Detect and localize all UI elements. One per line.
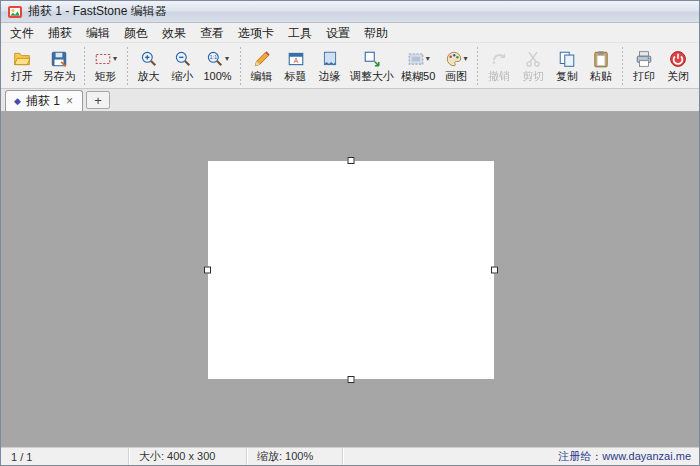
titlebar: 捕获 1 - FastStone 编辑器 [1,1,699,23]
menu-settings[interactable]: 设置 [319,23,357,42]
resize-button[interactable]: 调整大小 [347,45,398,87]
svg-text:1:1: 1:1 [209,54,217,60]
tabbar: ◆ 捕获 1 × + [1,89,699,112]
zoom-in-button[interactable]: 放大 [132,45,166,87]
printer-icon [635,50,653,68]
open-button[interactable]: 打开 [5,45,39,87]
print-button[interactable]: 打印 [627,45,661,87]
toolbar-separator [477,47,478,85]
resize-handle-bottom[interactable] [348,376,355,383]
resize-handle-right[interactable] [491,267,498,274]
zoom-level-icon: 1:1 [206,50,224,68]
toolbar-label: 缩小 [172,69,194,83]
status-page-indicator: 1 / 1 [1,448,129,465]
toolbar-label: 粘贴 [590,69,612,83]
app-logo-icon [7,4,23,20]
resize-icon [363,50,381,68]
app-window: 捕获 1 - FastStone 编辑器 文件 捕获 编辑 颜色 效果 查看 选… [0,0,700,466]
rectangle-select-button[interactable]: ▾ 矩形 [89,45,123,87]
resize-handle-top[interactable] [348,157,355,164]
toolbar-label: 调整大小 [350,69,394,83]
toolbar-label: 另存为 [43,69,76,83]
close-button[interactable]: 关闭 [661,45,695,87]
menu-tools[interactable]: 工具 [281,23,319,42]
edit-pencil-icon [253,50,271,68]
paste-button[interactable]: 粘贴 [584,45,618,87]
svg-text:A: A [293,56,298,63]
toolbar-label: 撤销 [488,69,510,83]
resize-handle-left[interactable] [204,267,211,274]
status-image-size: 大小: 400 x 300 [129,448,247,465]
menu-view[interactable]: 查看 [193,23,231,42]
scissors-icon [524,50,542,68]
new-tab-button[interactable]: + [86,91,110,109]
rect-select-icon [94,50,112,68]
menu-colors[interactable]: 颜色 [117,23,155,42]
toolbar-label: 矩形 [95,69,117,83]
toolbar-separator [622,47,623,85]
undo-button[interactable]: 撤销 [482,45,516,87]
zoom-out-icon [174,50,192,68]
zoom-out-button[interactable]: 缩小 [166,45,200,87]
toolbar-label: 关闭 [667,69,689,83]
toolbar-label: 打开 [11,69,33,83]
toolbar-label: 模糊50 [401,69,435,83]
tab-close-icon[interactable]: × [65,94,74,108]
toolbar-separator [240,47,241,85]
draw-button[interactable]: ▾ 画图 [439,45,473,87]
zoom-in-icon [140,50,158,68]
status-registered-to: 注册给：www.dayanzai.me [548,448,699,465]
save-icon [50,50,68,68]
menu-help[interactable]: 帮助 [357,23,395,42]
blur-button[interactable]: ▾ 模糊50 [397,45,439,87]
window-title: 捕获 1 - FastStone 编辑器 [28,3,167,20]
caption-button[interactable]: A 标题 [279,45,313,87]
menubar: 文件 捕获 编辑 颜色 效果 查看 选项卡 工具 设置 帮助 [1,23,699,43]
tab-label: 捕获 1 [26,93,60,110]
power-close-icon [669,50,687,68]
caption-icon: A [287,50,305,68]
captured-image[interactable] [208,161,494,379]
save-as-button[interactable]: 另存为 [39,45,80,87]
status-zoom-level: 缩放: 100% [247,448,343,465]
chevron-down-icon: ▾ [426,55,430,63]
statusbar: 1 / 1 大小: 400 x 300 缩放: 100% 注册给：www.day… [1,447,699,465]
chevron-down-icon: ▾ [225,55,229,63]
undo-icon [490,50,508,68]
paint-icon [445,50,463,68]
menu-file[interactable]: 文件 [3,23,41,42]
toolbar-label: 打印 [633,69,655,83]
toolbar-label: 边缘 [319,69,341,83]
copy-icon [558,50,576,68]
toolbar: 打开 另存为 ▾ 矩形 [1,43,699,89]
cut-button[interactable]: 剪切 [516,45,550,87]
toolbar-label: 放大 [138,69,160,83]
toolbar-label: 100% [204,69,232,83]
toolbar-separator [84,47,85,85]
edge-button[interactable]: 边缘 [313,45,347,87]
folder-open-icon [13,50,31,68]
toolbar-label: 画图 [445,69,467,83]
toolbar-label: 复制 [556,69,578,83]
blur-icon [407,50,425,68]
toolbar-separator [127,47,128,85]
paste-icon [592,50,610,68]
copy-button[interactable]: 复制 [550,45,584,87]
edit-button[interactable]: 编辑 [245,45,279,87]
menu-effects[interactable]: 效果 [155,23,193,42]
toolbar-label: 编辑 [251,69,273,83]
tab-diamond-icon: ◆ [14,96,21,106]
toolbar-label: 剪切 [522,69,544,83]
editor-canvas[interactable] [1,112,699,447]
tab-capture-1[interactable]: ◆ 捕获 1 × [5,90,83,111]
chevron-down-icon: ▾ [113,55,117,63]
zoom-level-button[interactable]: 1:1 ▾ 100% [200,45,236,87]
toolbar-label: 标题 [285,69,307,83]
menu-tabs[interactable]: 选项卡 [231,23,281,42]
edge-icon [321,50,339,68]
menu-capture[interactable]: 捕获 [41,23,79,42]
menu-edit[interactable]: 编辑 [79,23,117,42]
chevron-down-icon: ▾ [464,55,468,63]
